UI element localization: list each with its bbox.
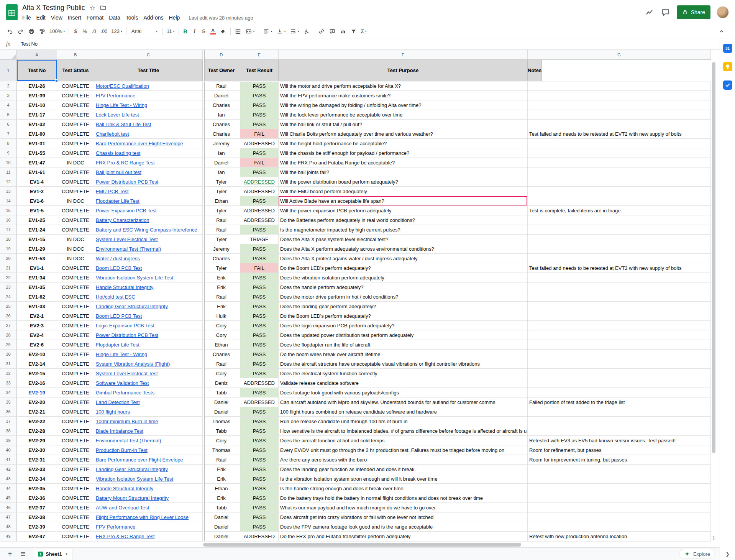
cell-test-title-link[interactable]: Ball joint pull out test bbox=[94, 168, 203, 177]
menu-data[interactable]: Data bbox=[106, 14, 123, 21]
cell-notes[interactable]: Room for refinement, but passes bbox=[528, 445, 711, 455]
cell-test-no[interactable]: EV1-24 bbox=[17, 225, 57, 235]
cell-test-owner[interactable]: Thomas bbox=[203, 445, 240, 455]
comment-history-icon[interactable] bbox=[661, 7, 671, 17]
row-number[interactable]: 6 bbox=[0, 120, 17, 129]
cell-f1-test-purpose[interactable]: Test Purpose bbox=[279, 60, 528, 81]
cell-test-purpose[interactable]: Does aircraft get into crazy vibrations … bbox=[279, 512, 528, 522]
cell-test-no[interactable]: EV2-6 bbox=[17, 340, 57, 350]
font-size-select[interactable]: 11 ▾ bbox=[165, 26, 177, 36]
cell-test-status[interactable]: COMPLETE bbox=[57, 225, 94, 235]
cell-test-no[interactable]: EV1-26 bbox=[17, 81, 57, 91]
cell-g1-notes[interactable]: Notes bbox=[528, 60, 542, 81]
cell-test-status[interactable]: COMPLETE bbox=[57, 474, 94, 484]
cell-test-title-link[interactable]: Vibration Isolation System Life Test bbox=[94, 273, 203, 282]
cell-test-result[interactable]: PASS bbox=[240, 340, 279, 350]
cell-test-result[interactable]: FAIL bbox=[240, 129, 279, 139]
row-number[interactable]: 28 bbox=[0, 330, 17, 340]
cell-test-owner[interactable]: Cory bbox=[203, 330, 240, 340]
cell-test-purpose[interactable]: Does the logic expansion PCB perform ade… bbox=[279, 321, 528, 330]
cell-test-result[interactable]: PASS bbox=[240, 474, 279, 484]
cell-test-status[interactable]: IN DOC bbox=[57, 254, 94, 263]
cell-test-status[interactable]: COMPLETE bbox=[57, 426, 94, 436]
cell-test-result[interactable]: PASS bbox=[240, 407, 279, 417]
cell-notes[interactable] bbox=[528, 474, 711, 484]
select-all-corner[interactable] bbox=[0, 50, 17, 60]
cell-test-title-link[interactable]: Power Distribution PCB Test bbox=[94, 330, 203, 340]
cell-test-purpose[interactable]: Will the lock lever performance be accep… bbox=[279, 110, 528, 120]
cell-test-title-link[interactable]: Ball Link & Strut Life Test bbox=[94, 120, 203, 129]
cell-test-no[interactable]: EV2-33 bbox=[17, 465, 57, 474]
row-number[interactable]: 7 bbox=[0, 129, 17, 139]
cell-test-no[interactable]: EV2-4 bbox=[17, 330, 57, 340]
row-number[interactable]: 39 bbox=[0, 436, 17, 445]
cell-test-title-link[interactable]: FRX Pro & RC Range Test bbox=[94, 158, 203, 168]
cell-test-status[interactable]: COMPLETE bbox=[57, 522, 94, 532]
cell-test-no[interactable]: EV2-14 bbox=[17, 359, 57, 369]
fill-handle[interactable] bbox=[55, 79, 58, 82]
cell-test-result[interactable]: PASS bbox=[240, 436, 279, 445]
frozen-row-divider[interactable] bbox=[0, 81, 711, 82]
functions-button[interactable]: Σ ▾ bbox=[359, 26, 369, 36]
cell-test-title-link[interactable]: Battery Characterization bbox=[94, 215, 203, 225]
hide-toolbar-button[interactable] bbox=[718, 28, 725, 35]
cell-test-owner[interactable]: Raul bbox=[203, 225, 240, 235]
vertical-scrollbar-thumb[interactable] bbox=[712, 62, 715, 453]
cell-test-owner[interactable]: Ethan bbox=[203, 196, 240, 206]
cell-test-result[interactable]: PASS bbox=[240, 522, 279, 532]
cell-notes[interactable]: Retest with new production antenna locat… bbox=[528, 532, 711, 541]
cell-test-no[interactable]: EV2-10 bbox=[17, 350, 57, 359]
cell-test-title-link[interactable]: Charliebolt test bbox=[94, 129, 203, 139]
cell-test-no[interactable]: EV1-29 bbox=[17, 244, 57, 254]
cell-test-result[interactable]: PASS bbox=[240, 225, 279, 235]
cell-test-title-link[interactable]: Water / dust ingress bbox=[94, 254, 203, 263]
row-number[interactable]: 8 bbox=[0, 139, 17, 148]
cell-test-status[interactable]: COMPLETE bbox=[57, 321, 94, 330]
cell-test-no[interactable]: EV1-53 bbox=[17, 254, 57, 263]
cell-notes[interactable] bbox=[528, 139, 711, 148]
cell-test-owner[interactable]: Raul bbox=[203, 81, 240, 91]
column-header-b[interactable]: B bbox=[57, 50, 94, 60]
row-number[interactable]: 1 bbox=[0, 60, 17, 81]
cell-test-no[interactable]: EV2-39 bbox=[17, 522, 57, 532]
cell-test-title-link[interactable]: System Level Electrical Test bbox=[94, 369, 203, 378]
calendar-icon[interactable]: 31 bbox=[723, 44, 732, 53]
row-number[interactable]: 35 bbox=[0, 397, 17, 407]
cell-test-result[interactable]: PASS bbox=[240, 455, 279, 465]
cell-test-title-link[interactable]: Landing Gear Structural Integrity bbox=[94, 302, 203, 311]
increase-decimals-button[interactable]: .00 bbox=[98, 26, 109, 36]
cell-test-no[interactable]: EV1-6 bbox=[17, 196, 57, 206]
cell-test-no[interactable]: EV2-34 bbox=[17, 474, 57, 484]
cell-test-purpose[interactable]: Will the power distribution board perfor… bbox=[279, 177, 528, 187]
menu-file[interactable]: File bbox=[20, 14, 34, 21]
cell-test-status[interactable]: COMPLETE bbox=[57, 417, 94, 426]
cell-test-owner[interactable]: Jeremy bbox=[203, 244, 240, 254]
redo-button[interactable] bbox=[15, 26, 26, 36]
cell-test-title-link[interactable]: FPV Performance bbox=[94, 522, 203, 532]
cell-test-no[interactable]: EV1-39 bbox=[17, 91, 57, 100]
cell-test-purpose[interactable]: Will the wiring be damaged by folding / … bbox=[279, 100, 528, 110]
row-number[interactable]: 47 bbox=[0, 512, 17, 522]
menu-tools[interactable]: Tools bbox=[123, 14, 141, 21]
row-number[interactable]: 46 bbox=[0, 503, 17, 512]
cell-test-result[interactable]: PASS bbox=[240, 148, 279, 158]
more-formats-button[interactable]: 123 ▾ bbox=[109, 26, 124, 36]
cell-test-title-link[interactable]: Flopdapter Life Test bbox=[94, 340, 203, 350]
row-number[interactable]: 33 bbox=[0, 378, 17, 388]
row-number[interactable]: 20 bbox=[0, 254, 17, 263]
italic-button[interactable]: I bbox=[190, 26, 199, 36]
strikethrough-button[interactable]: S bbox=[199, 26, 208, 36]
cell-test-no[interactable]: EV2-36 bbox=[17, 493, 57, 503]
cell-test-purpose[interactable]: Will Charlie Bolts perform adequately ov… bbox=[279, 129, 528, 139]
cell-test-status[interactable]: COMPLETE bbox=[57, 388, 94, 397]
row-number[interactable]: 41 bbox=[0, 455, 17, 465]
text-rotation-button[interactable]: A bbox=[301, 26, 312, 36]
cell-test-title-link[interactable]: Handle Structural Integrity bbox=[94, 282, 203, 292]
cell-test-no[interactable]: EV2-16 bbox=[17, 378, 57, 388]
cell-test-title-link[interactable]: Hinge Life Test - Wiring bbox=[94, 350, 203, 359]
cell-test-no[interactable]: EV2-19 bbox=[17, 388, 57, 397]
cell-test-purpose[interactable]: Are there any aero issues with the baro bbox=[279, 455, 528, 465]
cell-test-status[interactable]: COMPLETE bbox=[57, 465, 94, 474]
cell-test-status[interactable]: COMPLETE bbox=[57, 139, 94, 148]
bold-button[interactable]: B bbox=[181, 26, 190, 36]
